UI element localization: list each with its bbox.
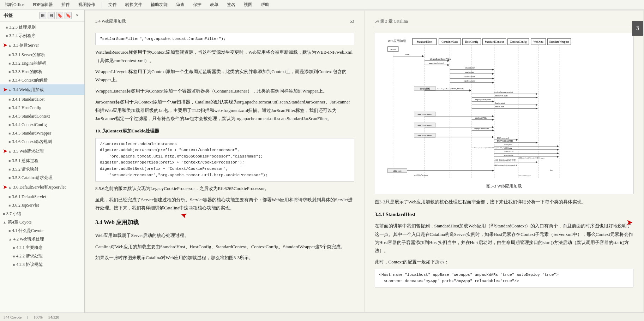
sidebar-label: 3.7 小结	[6, 210, 21, 217]
toolbar-sep-1	[102, 2, 102, 8]
sidebar-item-3-2-3[interactable]: ■ 3.2.3 处理规则	[0, 23, 84, 31]
sidebar-item-3-5-1[interactable]: ■ 3.5.1 总体过程	[0, 156, 84, 165]
leaf-icon: ■	[8, 105, 11, 111]
section-3-4-title: 3.4 Web 应用加载	[95, 218, 354, 228]
right-page[interactable]: 54 第 3 章 Catalina 3 Web应用加载 StandardHost…	[365, 11, 644, 312]
svg-text:deployDescriptors: deployDescriptors	[475, 99, 491, 101]
sidebar-item-3-4-3[interactable]: ■ 3.4.3 StandardContext	[0, 112, 84, 120]
expand-icon: ▲	[3, 220, 6, 225]
svg-text:fireLifecycleEvent(START_EVENT: fireLifecycleEvent(START_EVENT)	[437, 88, 463, 90]
toolbar-file[interactable]: 文件	[106, 1, 119, 8]
svg-text:realm.start: realm.start	[495, 106, 504, 108]
svg-text:addChildContext: addChildContext	[417, 135, 432, 137]
arrow-annotation-right: ➤	[626, 215, 633, 230]
sidebar-item-3-4-5[interactable]: ■ 3.4.5 StandardWrapper	[0, 129, 84, 137]
svg-text:初始化行程: 初始化行程	[419, 87, 430, 90]
svg-text:resources.start: resources.start	[495, 95, 507, 97]
sidebar-label: 4.1 什么是Coyote	[12, 227, 43, 234]
sidebar-item-3-3-4[interactable]: ■ 3.3.4 Context的解析	[0, 76, 84, 84]
leaf-icon: ■	[8, 122, 11, 127]
toolbar-pdf-editor[interactable]: PDF编辑器	[30, 1, 55, 8]
sidebar-close-button[interactable]: ×	[74, 12, 81, 19]
sidebar-icon-bookmark2[interactable]: 🔖	[65, 12, 72, 19]
sidebar-label: 4.2 Web请求处理	[13, 236, 44, 242]
sidebar-title: 书签	[4, 12, 13, 19]
sidebar-item-3-3-2[interactable]: ■ 3.3.2 Engine的解析	[0, 59, 84, 67]
sidebar-icon-bookmark1[interactable]: 🔖	[56, 12, 63, 19]
sidebar-item-3-3[interactable]: ➤ ▲ 3.3 创建Server	[0, 40, 84, 50]
sidebar-icon-collapse[interactable]: ⊟	[48, 12, 55, 19]
status-zoom: 100%	[34, 315, 43, 319]
left-page-header: 3.4 Web应用加载 53	[95, 18, 354, 27]
svg-text:HostConfig: HostConfig	[465, 40, 478, 43]
arrow-icon-3-4: ➤	[3, 85, 7, 94]
code-block-host: <Host name="localhost" appBase="webapps"…	[375, 269, 634, 287]
sidebar-item-3-4-6[interactable]: ■ 3.4.6 Context命名规则	[0, 137, 84, 146]
sidebar-item-4-2-1[interactable]: ■ 4.2.1 主要概念	[0, 243, 84, 252]
svg-text:deployWARs: deployWARs	[475, 117, 487, 119]
code-block-1: "setJarScanFilter","org.apache.tomcat.Ja…	[95, 33, 354, 46]
right-page-header: 54 第 3 章 Catalina 3	[375, 18, 634, 27]
leaf-icon: ■	[13, 254, 15, 259]
sidebar-header-icons: ⊞ ⊟ 🔖 🔖	[39, 12, 72, 19]
svg-text:StandardHost: StandardHost	[416, 40, 432, 43]
sidebar-item-3-6-2[interactable]: ■ 3.6.2 JspServlet	[0, 201, 84, 209]
para-diagram-desc: 图3-3只是展示了Web应用加载的核心处理过程而非全部，接下来让我们详细分析一下…	[375, 198, 634, 206]
sidebar-item-3-3-1[interactable]: ■ 3.3.1 Server的解析	[0, 50, 84, 59]
svg-text:super.startInternal: super.startInternal	[428, 62, 444, 64]
svg-text:创建启动生命行程管理: 创建启动生命行程管理	[494, 159, 515, 161]
sidebar-item-3-5[interactable]: ➤ ▲ 3.5 Web请求处理	[0, 146, 84, 156]
para-cookie-version: 8.5.6之前的版本默认实现为LegacyCookieProcessor，之后改…	[95, 184, 354, 192]
leaf-icon: ■	[6, 25, 8, 30]
sidebar-item-3-2-4[interactable]: ■ 3.2.4 示例程序	[0, 31, 84, 40]
sidebar-item-3-4[interactable]: ➤ ▲ 3.4 Web应用加载	[0, 84, 84, 95]
sidebar-item-4-1[interactable]: ■ 4.1 什么是Coyote	[0, 226, 84, 235]
svg-text:解析web.xml中的WebXml对象: 解析web.xml中的WebXml对象	[494, 164, 517, 166]
svg-text:addChildWrapper: addChildWrapper	[518, 175, 531, 177]
toolbar-protect[interactable]: 保护	[191, 1, 204, 8]
toolbar-help[interactable]: 帮助	[259, 1, 271, 8]
code-block-2: //ContextRuleSet.addRuleInstances digest…	[95, 138, 354, 182]
sidebar-item-3-7[interactable]: ■ 3.7 小结	[0, 209, 84, 218]
leaf-icon: ■	[8, 78, 11, 83]
sidebar-item-4-2-2[interactable]: ■ 4.2.2 请求处理	[0, 252, 84, 260]
sidebar-tree: ■ 3.2.3 处理规则 ■ 3.2.4 示例程序 ➤ ▲ 3.3 创建Serv…	[0, 22, 84, 313]
sidebar-label: 3.4.4 ContextConfig	[12, 121, 47, 128]
toolbar-accessibility[interactable]: 辅助功能	[149, 1, 170, 8]
toolbar-review[interactable]: 审查	[174, 1, 187, 8]
toolbar-plugins[interactable]: 插件	[59, 1, 72, 8]
sidebar-label: 3.5.2 请求映射	[12, 166, 38, 172]
sidebar-item-3-4-2[interactable]: ■ 3.4.2 HostConfig	[0, 103, 84, 112]
sidebar-item-3-6[interactable]: ➤ ▲ 3.6 DefaultServlet和JspServlet	[0, 182, 84, 192]
sidebar-item-4-2[interactable]: ▲ 4.2 Web请求处理	[0, 235, 84, 243]
toolbar-form[interactable]: 表单	[208, 1, 221, 8]
leaf-icon: ■	[8, 69, 11, 75]
sidebar-icon-expand[interactable]: ⊞	[39, 12, 46, 19]
expand-icon: ▲	[8, 237, 12, 242]
sidebar-item-4-2-3[interactable]: ■ 4.2.3 协议规范	[0, 260, 84, 269]
expand-icon: ▲	[8, 43, 12, 48]
chapter-badge: 3	[632, 21, 643, 36]
toolbar-convert[interactable]: 转换文件	[123, 1, 144, 8]
toolbar-view[interactable]: 视图	[242, 1, 254, 8]
svg-text:StandardWrapper: StandardWrapper	[549, 40, 569, 43]
sidebar-item-3-3-3[interactable]: ■ 3.3.3 Host的解析	[0, 67, 84, 76]
sidebar-item-ch4[interactable]: ▲ 第4章 Coyote	[0, 218, 84, 226]
sidebar-item-3-5-2[interactable]: ■ 3.5.2 请求映射	[0, 165, 84, 173]
toolbar-foxit-office[interactable]: 福昕Office	[3, 1, 26, 8]
sidebar-label: 3.4.1 StandardHost	[12, 96, 44, 102]
sidebar-item-3-4-1[interactable]: ■ 3.4.1 StandardHost	[0, 95, 84, 103]
sidebar-label: 3.4.5 StandardWrapper	[12, 130, 51, 136]
diagram-container: Web应用加载 StandardHost ContainerBase HostC…	[375, 33, 634, 194]
toolbar-view-ops[interactable]: 视图操作	[76, 1, 97, 8]
sidebar-label: 3.5.3 Catalina请求处理	[12, 174, 53, 181]
para-web-load-3: 如果以一张时序图来展示Catalina对Web应用的加载过程，那么将如图3-3所…	[95, 254, 354, 262]
left-page[interactable]: 3.4 Web应用加载 53 "setJarScanFilter","org.a…	[85, 11, 364, 312]
svg-text:loader.start: loader.start	[495, 102, 505, 104]
sidebar-item-3-6-1[interactable]: ■ 3.6.1 DefaultServlet	[0, 192, 84, 201]
sidebar-item-3-5-3[interactable]: ■ 3.5.3 Catalina请求处理	[0, 173, 84, 182]
sidebar-label: 3.4.3 StandardContext	[12, 113, 50, 119]
sidebar-item-3-4-4[interactable]: ■ 3.4.4 ContextConfig	[0, 120, 84, 129]
toolbar-sign[interactable]: 签名	[225, 1, 237, 8]
svg-text:ContainerBase: ContainerBase	[441, 40, 458, 43]
